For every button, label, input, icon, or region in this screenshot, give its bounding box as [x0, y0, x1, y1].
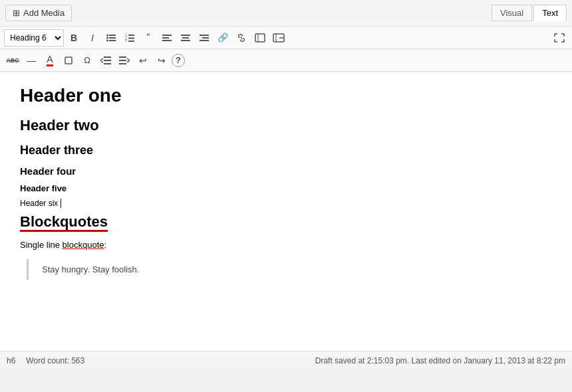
format-select[interactable]: Heading 6 Paragraph Heading 1 Heading 2 … — [4, 29, 64, 47]
blockquote-button[interactable]: “ — [140, 29, 157, 47]
svg-text:3.: 3. — [125, 39, 128, 42]
add-media-button[interactable]: ⊞ Add Media — [5, 5, 72, 21]
svg-line-21 — [241, 37, 242, 39]
svg-rect-18 — [200, 35, 209, 36]
bold-button[interactable]: B — [65, 29, 82, 47]
svg-rect-3 — [109, 37, 116, 39]
heading-5: Header five — [20, 183, 552, 193]
link-button[interactable]: 🔗 — [214, 29, 231, 47]
svg-rect-9 — [128, 37, 134, 39]
ordered-list-button[interactable]: 1.2.3. — [121, 29, 138, 47]
align-center-button[interactable] — [177, 29, 194, 47]
expand-button[interactable] — [551, 29, 568, 47]
more-toolbar-button[interactable] — [270, 29, 287, 47]
svg-rect-5 — [109, 40, 116, 41]
svg-rect-16 — [182, 37, 189, 39]
tab-visual[interactable]: Visual — [492, 5, 532, 21]
editor-content[interactable]: Header one Header two Header three Heade… — [0, 72, 572, 351]
insert-button[interactable] — [251, 29, 269, 47]
svg-rect-11 — [128, 41, 134, 42]
status-bar: h6 Word count: 563 Draft saved at 2:15:0… — [0, 351, 572, 369]
svg-point-2 — [106, 37, 108, 39]
hr-button[interactable]: — — [23, 52, 40, 69]
svg-rect-22 — [255, 34, 265, 42]
svg-rect-1 — [109, 35, 116, 36]
single-line-text: Single line blockquote: — [20, 240, 552, 250]
heading-4: Header four — [20, 165, 552, 177]
svg-rect-7 — [128, 35, 134, 36]
svg-rect-30 — [104, 63, 111, 64]
heading-2: Header two — [20, 117, 552, 134]
add-media-label: Add Media — [23, 8, 65, 18]
unlink-button[interactable] — [233, 29, 250, 47]
redo-button[interactable]: ↪ — [153, 52, 170, 69]
blockquote: Stay hungry. Stay foolish. — [27, 259, 552, 280]
unordered-list-button[interactable] — [102, 29, 120, 47]
align-left-button[interactable] — [158, 29, 176, 47]
indent-button[interactable] — [116, 52, 133, 69]
outdent-button[interactable] — [97, 52, 114, 69]
word-count: Word count: 563 — [26, 356, 84, 365]
view-tabs: Visual Text — [492, 5, 567, 21]
heading-1: Header one — [20, 85, 552, 106]
svg-point-4 — [106, 39, 108, 41]
svg-rect-27 — [65, 57, 72, 64]
blockquote-underlined: blockquote — [63, 240, 104, 250]
heading-6: Header six — [20, 199, 552, 208]
italic-button[interactable]: I — [84, 29, 101, 47]
tab-text[interactable]: Text — [533, 5, 567, 21]
svg-rect-15 — [181, 35, 190, 36]
svg-rect-17 — [181, 40, 190, 41]
svg-rect-13 — [162, 37, 169, 39]
blockquotes-heading: Blockquotes — [20, 213, 108, 232]
svg-rect-20 — [200, 40, 209, 41]
strikethrough-button[interactable]: ABC — [4, 52, 21, 69]
svg-rect-19 — [202, 37, 209, 39]
svg-rect-32 — [119, 60, 126, 61]
help-button[interactable]: ? — [172, 54, 185, 67]
align-right-button[interactable] — [196, 29, 213, 47]
svg-rect-28 — [104, 56, 111, 58]
add-media-icon: ⊞ — [13, 8, 20, 18]
svg-rect-12 — [162, 35, 172, 36]
status-left: h6 Word count: 563 — [7, 356, 84, 365]
top-bar: ⊞ Add Media Visual Text — [0, 0, 572, 27]
svg-rect-33 — [119, 63, 126, 64]
current-tag: h6 — [7, 356, 15, 365]
svg-rect-29 — [104, 60, 111, 61]
svg-rect-31 — [119, 56, 126, 58]
heading-3: Header three — [20, 144, 552, 157]
svg-rect-14 — [162, 40, 172, 41]
svg-point-0 — [106, 34, 108, 36]
undo-button[interactable]: ↩ — [134, 52, 152, 69]
toolbar-row-1: Heading 6 Paragraph Heading 1 Heading 2 … — [0, 27, 572, 49]
special-chars-button[interactable]: Ω — [78, 52, 96, 69]
toolbar-row-2: ABC — A Ω ↩ ↪ ? — [0, 49, 572, 72]
draft-status: Draft saved at 2:15:03 pm. Last edited o… — [315, 356, 565, 365]
clear-formatting-button[interactable] — [60, 52, 77, 69]
font-color-button[interactable]: A — [41, 52, 59, 69]
